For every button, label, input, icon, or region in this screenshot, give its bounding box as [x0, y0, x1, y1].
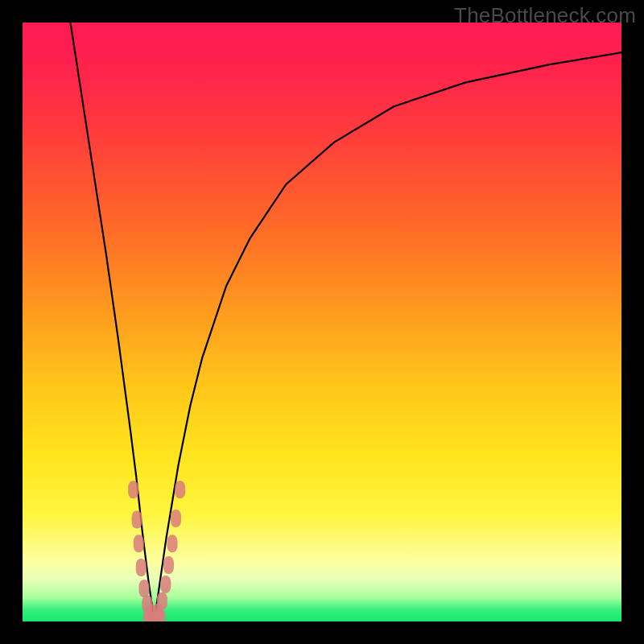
- marker-dot: [171, 510, 181, 527]
- marker-dot: [167, 535, 178, 552]
- marker-dot: [139, 580, 150, 597]
- marker-dot: [134, 535, 144, 552]
- marker-dot: [175, 481, 185, 498]
- marker-dot: [128, 481, 138, 498]
- marker-dot: [157, 592, 167, 610]
- bottleneck-curve: [71, 23, 622, 621]
- marker-dot: [136, 559, 147, 576]
- marker-dot: [163, 556, 174, 574]
- curve-layer: [23, 23, 621, 621]
- watermark-text: TheBottleneck.com: [454, 3, 636, 28]
- chart-frame: TheBottleneck.com: [0, 0, 644, 644]
- plot-area: [23, 23, 621, 621]
- marker-dot: [132, 511, 142, 529]
- marker-dot: [155, 609, 166, 622]
- marker-dot: [160, 576, 171, 593]
